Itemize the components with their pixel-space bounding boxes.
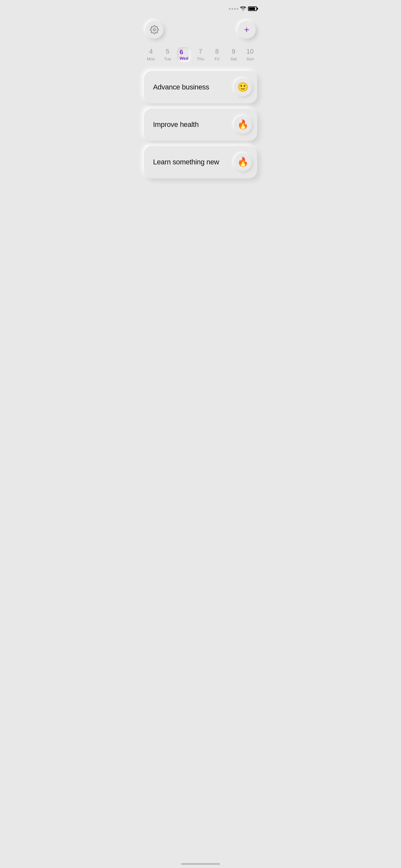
add-button[interactable]: + bbox=[238, 21, 256, 39]
day-number-wed: 6 bbox=[180, 49, 188, 56]
task-title-1: Improve health bbox=[153, 120, 198, 129]
svg-point-0 bbox=[153, 29, 156, 31]
day-label-sat: Sat bbox=[230, 57, 237, 61]
day-label-sun: Sun bbox=[246, 57, 254, 61]
day-number-mon: 4 bbox=[149, 48, 153, 55]
task-card-0[interactable]: Advance business🙂 bbox=[144, 71, 257, 103]
task-emoji-container-1: 🔥 bbox=[234, 116, 252, 134]
day-label-fri: Fri bbox=[215, 57, 220, 61]
day-item-sat[interactable]: 9Sat bbox=[226, 48, 241, 61]
task-card-1[interactable]: Improve health🔥 bbox=[144, 108, 257, 141]
tasks-container: Advance business🙂Improve health🔥Learn so… bbox=[137, 68, 264, 181]
gear-icon bbox=[150, 25, 159, 34]
task-emoji-2: 🔥 bbox=[237, 158, 249, 166]
task-emoji-1: 🔥 bbox=[237, 120, 249, 129]
day-number-fri: 8 bbox=[215, 48, 219, 55]
wifi-icon bbox=[240, 6, 246, 11]
task-card-2[interactable]: Learn something new🔥 bbox=[144, 146, 257, 178]
day-number-sun: 10 bbox=[246, 48, 253, 55]
battery-icon bbox=[248, 6, 257, 11]
task-emoji-0: 🙂 bbox=[237, 83, 249, 92]
day-item-sun[interactable]: 10Sun bbox=[243, 48, 257, 61]
day-label-wed: Wed bbox=[180, 56, 188, 61]
status-bar bbox=[137, 0, 264, 16]
task-emoji-container-0: 🙂 bbox=[234, 78, 252, 96]
top-buttons-row: + bbox=[137, 16, 264, 44]
day-label-tue: Tue bbox=[164, 57, 171, 61]
day-number-sat: 9 bbox=[232, 48, 235, 55]
day-label-mon: Mon bbox=[147, 57, 155, 61]
status-icons bbox=[229, 6, 257, 11]
day-selector: 4Mon5Tue6Wed7Thu8Fri9Sat10Sun bbox=[137, 44, 264, 68]
day-number-tue: 5 bbox=[166, 48, 169, 55]
signal-icon bbox=[229, 8, 238, 10]
day-item-mon[interactable]: 4Mon bbox=[144, 48, 158, 61]
day-item-wed[interactable]: 6Wed bbox=[177, 47, 191, 62]
day-item-tue[interactable]: 5Tue bbox=[160, 48, 175, 61]
plus-icon: + bbox=[244, 25, 249, 34]
day-item-fri[interactable]: 8Fri bbox=[210, 48, 224, 61]
day-label-thu: Thu bbox=[197, 57, 204, 61]
task-emoji-container-2: 🔥 bbox=[234, 153, 252, 171]
task-title-2: Learn something new bbox=[153, 158, 219, 166]
task-title-0: Advance business bbox=[153, 83, 209, 91]
settings-button[interactable] bbox=[145, 21, 163, 39]
day-number-thu: 7 bbox=[198, 48, 202, 55]
day-item-thu[interactable]: 7Thu bbox=[193, 48, 208, 61]
